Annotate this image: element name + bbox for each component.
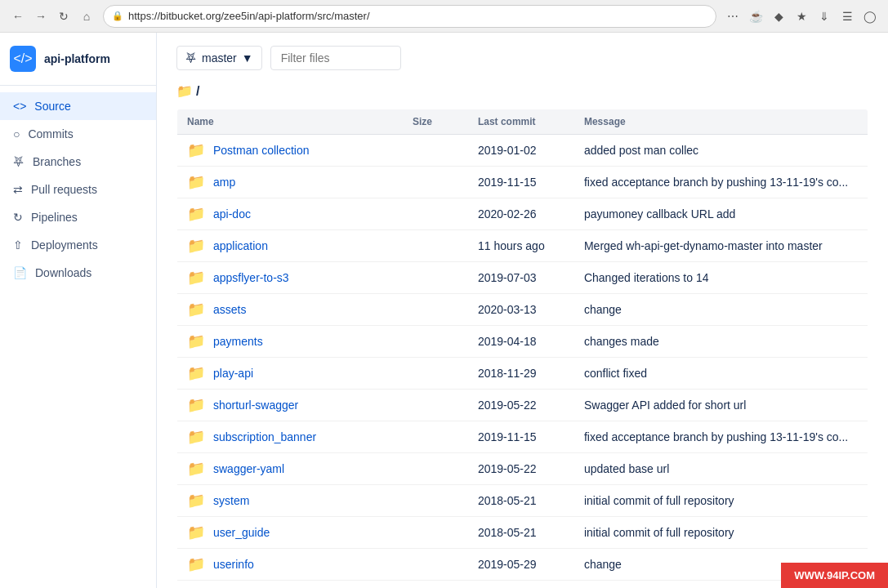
star-button[interactable]: ★ xyxy=(792,7,811,26)
breadcrumb: 📁 / xyxy=(176,83,868,99)
folder-icon: 📁 xyxy=(187,237,205,255)
file-size xyxy=(403,230,468,262)
file-date: 2019-11-15 xyxy=(468,167,574,198)
table-row: 📁payments2019-04-18changes made xyxy=(177,326,868,358)
file-name[interactable]: Postman collection xyxy=(213,144,310,157)
folder-icon: 📁 xyxy=(187,396,205,414)
file-size xyxy=(403,262,468,294)
folder-icon: 📁 xyxy=(187,364,205,382)
branch-selector[interactable]: ⛧ master ▼ xyxy=(176,46,262,70)
folder-icon: 📁 xyxy=(187,428,205,446)
file-size xyxy=(403,517,468,549)
file-date: 2019-07-03 xyxy=(468,262,574,294)
table-row: 📁watchhistory2019-07-03changes made xyxy=(177,581,868,589)
sidebar: </> api-platform <> Source ○ Commits ⛧ B… xyxy=(0,33,157,588)
refresh-button[interactable]: ↻ xyxy=(54,7,74,26)
sidebar-item-pull-requests[interactable]: ⇄ Pull requests xyxy=(0,176,156,203)
sidebar-item-deployments[interactable]: ⇧ Deployments xyxy=(0,231,156,259)
repo-name: api-platform xyxy=(44,52,110,65)
file-name[interactable]: userinfo xyxy=(213,558,254,571)
logo-icon: </> xyxy=(13,51,32,66)
file-size xyxy=(403,581,468,589)
main-content: ⛧ master ▼ 📁 / Name Size Last commit Mes… xyxy=(157,33,888,588)
file-table-body: 📁Postman collection2019-01-02added post … xyxy=(177,135,868,589)
sidebar-header: </> api-platform xyxy=(0,33,156,86)
file-message: conflict fixed xyxy=(574,358,868,390)
file-message: change xyxy=(574,294,868,326)
file-size xyxy=(403,453,468,485)
browser-actions[interactable]: ⋯ ☕ ◆ ★ ⇓ ☰ ◯ xyxy=(723,7,880,26)
file-size xyxy=(403,167,468,198)
file-message: Swagger API added for short url xyxy=(574,390,868,421)
watermark: WWW.94IP.COM xyxy=(781,563,888,588)
file-name[interactable]: appsflyer-to-s3 xyxy=(213,271,289,284)
file-size xyxy=(403,358,468,390)
file-size xyxy=(403,326,468,358)
folder-icon: 📁 xyxy=(187,269,205,287)
table-row: 📁api-doc2020-02-26payumoney callback URL… xyxy=(177,198,868,230)
sidebar-item-commits[interactable]: ○ Commits xyxy=(0,120,156,148)
download-button[interactable]: ⇓ xyxy=(814,7,834,26)
file-date: 2019-05-29 xyxy=(468,549,574,581)
branch-icon: ⛧ xyxy=(185,51,197,65)
table-row: 📁system2018-05-21initial commit of full … xyxy=(177,485,868,517)
browser-chrome: ← → ↻ ⌂ 🔒 https://bitbucket.org/zee5in/a… xyxy=(0,0,888,33)
file-message: payumoney callback URL add xyxy=(574,198,868,230)
table-row: 📁application11 hours agoMerged wh-api-ge… xyxy=(177,230,868,262)
file-date: 2018-11-29 xyxy=(468,358,574,390)
menu-button[interactable]: ⋯ xyxy=(723,7,743,26)
file-name[interactable]: amp xyxy=(213,176,235,189)
table-row: 📁play-api2018-11-29conflict fixed xyxy=(177,358,868,390)
forward-button[interactable]: → xyxy=(31,7,51,26)
sidebar-item-source[interactable]: <> Source xyxy=(0,92,156,120)
filter-files-input[interactable] xyxy=(270,46,401,70)
file-date: 2019-07-03 xyxy=(468,581,574,589)
file-size xyxy=(403,294,468,326)
file-name[interactable]: user_guide xyxy=(213,526,270,539)
file-message: fixed acceptance branch by pushing 13-11… xyxy=(574,421,868,453)
address-bar[interactable]: 🔒 https://bitbucket.org/zee5in/api-platf… xyxy=(103,5,716,28)
app-layout: </> api-platform <> Source ○ Commits ⛧ B… xyxy=(0,33,888,588)
file-name[interactable]: shorturl-swagger xyxy=(213,399,298,412)
nav-buttons[interactable]: ← → ↻ ⌂ xyxy=(8,7,96,26)
file-name[interactable]: system xyxy=(213,494,249,507)
file-name[interactable]: assets xyxy=(213,303,246,316)
url-text: https://bitbucket.org/zee5in/api-platfor… xyxy=(128,10,370,22)
repo-logo: </> xyxy=(10,46,36,72)
file-date: 2020-03-13 xyxy=(468,294,574,326)
file-name[interactable]: payments xyxy=(213,335,263,348)
file-message: changes made xyxy=(574,326,868,358)
sidebar-item-pipelines[interactable]: ↻ Pipelines xyxy=(0,203,156,231)
folder-icon: 📁 xyxy=(187,141,205,159)
file-name[interactable]: api-doc xyxy=(213,207,251,220)
sidebar-item-label: Branches xyxy=(33,155,81,168)
sidebar-item-label: Deployments xyxy=(31,238,98,252)
table-header: Name Size Last commit Message xyxy=(177,109,868,135)
table-row: 📁appsflyer-to-s32019-07-03Changed iterat… xyxy=(177,262,868,294)
source-icon: <> xyxy=(13,100,26,113)
shield-button[interactable]: ◆ xyxy=(769,7,788,26)
folder-icon: 📁 xyxy=(176,83,193,99)
sidebar-item-label: Source xyxy=(34,100,70,113)
file-date: 2019-05-22 xyxy=(468,453,574,485)
file-name[interactable]: play-api xyxy=(213,367,253,380)
back-button[interactable]: ← xyxy=(8,7,28,26)
file-name[interactable]: subscription_banner xyxy=(213,430,316,443)
file-name[interactable]: application xyxy=(213,239,268,252)
commits-icon: ○ xyxy=(13,127,20,140)
folder-icon: 📁 xyxy=(187,492,205,510)
file-name[interactable]: swagger-yaml xyxy=(213,462,284,475)
sidebar-item-downloads[interactable]: 📄 Downloads xyxy=(0,259,156,287)
sidebar-item-branches[interactable]: ⛧ Branches xyxy=(0,148,156,176)
sidebar-item-label: Commits xyxy=(28,127,73,140)
table-row: 📁user_guide2018-05-21initial commit of f… xyxy=(177,517,868,549)
profile-button[interactable]: ◯ xyxy=(860,7,880,26)
extensions-button[interactable]: ☕ xyxy=(746,7,765,26)
file-date: 11 hours ago xyxy=(468,230,574,262)
file-date: 2018-05-21 xyxy=(468,517,574,549)
bookmarks-button[interactable]: ☰ xyxy=(837,7,857,26)
file-size xyxy=(403,198,468,230)
branches-icon: ⛧ xyxy=(13,155,25,168)
home-button[interactable]: ⌂ xyxy=(77,7,96,26)
table-row: 📁subscription_banner2019-11-15fixed acce… xyxy=(177,421,868,453)
